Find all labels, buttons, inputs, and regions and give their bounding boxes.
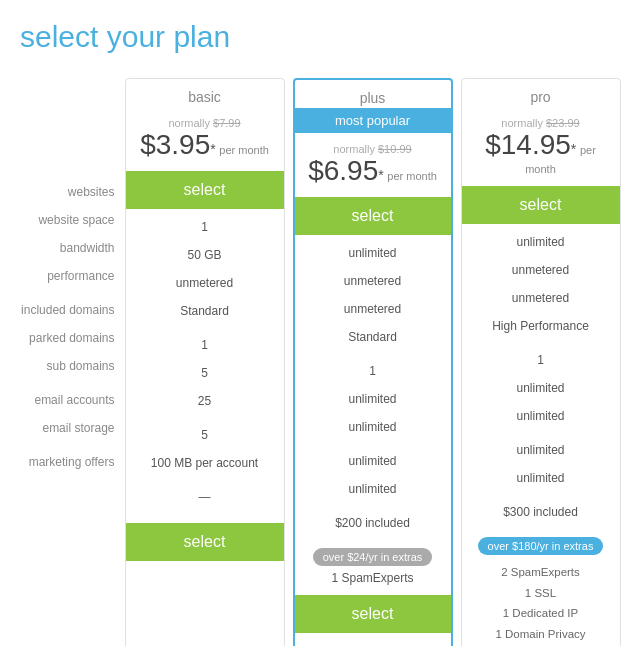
plan-plus-asterisk: *	[378, 167, 383, 183]
plan-pro: pro normally $23.99 $14.95* per month se…	[461, 78, 621, 646]
pro-email-accounts: unlimited	[462, 436, 620, 464]
plan-plus-select-bottom[interactable]: select	[295, 595, 451, 633]
plan-plus-per-month: per month	[387, 170, 437, 182]
plan-pro-select-top[interactable]: select	[462, 186, 620, 224]
plan-basic-normally: normally $7.99	[134, 117, 276, 129]
plus-sub-domains: unlimited	[295, 413, 451, 441]
plan-plus: plus most popular normally $10.99 $6.95*…	[293, 78, 453, 646]
plans-grid: basic normally $7.99 $3.95* per month se…	[125, 78, 621, 646]
plan-basic-select-top[interactable]: select	[126, 171, 284, 209]
plan-pro-asterisk: *	[571, 141, 576, 157]
label-parked-domains: parked domains	[15, 324, 115, 352]
plus-website-space: unmetered	[295, 267, 451, 295]
plus-extras-list: 1 SpamExperts	[301, 569, 445, 587]
plus-parked-domains: unlimited	[295, 385, 451, 413]
plan-plus-data: unlimited unmetered unmetered Standard 1…	[295, 235, 451, 541]
label-performance: performance	[15, 262, 115, 290]
plan-pro-data: unlimited unmetered unmetered High Perfo…	[462, 224, 620, 530]
feature-labels: websites website space bandwidth perform…	[15, 78, 125, 476]
basic-sub-domains: 25	[126, 387, 284, 415]
basic-websites: 1	[126, 213, 284, 241]
plans-container: websites website space bandwidth perform…	[10, 78, 625, 646]
plus-websites: unlimited	[295, 239, 451, 267]
plan-basic-per-month: per month	[219, 144, 269, 156]
pro-badge-area: over $180/yr in extras 2 SpamExperts 1 S…	[462, 530, 620, 646]
plus-bandwidth: unmetered	[295, 295, 451, 323]
basic-bandwidth: unmetered	[126, 269, 284, 297]
plan-plus-badge: most popular	[295, 108, 451, 133]
basic-included-domains: 1	[126, 331, 284, 359]
basic-performance: Standard	[126, 297, 284, 325]
plan-plus-normally: normally $10.99	[303, 143, 443, 155]
pro-sub-domains: unlimited	[462, 402, 620, 430]
plan-plus-select-top[interactable]: select	[295, 197, 451, 235]
plan-basic-data: 1 50 GB unmetered Standard 1 5 25 5 100 …	[126, 209, 284, 515]
plan-plus-header: normally $10.99 $6.95* per month	[295, 133, 451, 197]
plus-performance: Standard	[295, 323, 451, 351]
pro-included-domains: 1	[462, 346, 620, 374]
pro-website-space: unmetered	[462, 256, 620, 284]
plan-pro-price: $14.95* per month	[470, 129, 612, 176]
plan-plus-name: plus	[295, 80, 451, 108]
label-email-accounts: email accounts	[15, 386, 115, 414]
plus-extras-badge: over $24/yr in extras	[313, 548, 433, 566]
pro-performance: High Performance	[462, 312, 620, 340]
pro-bandwidth: unmetered	[462, 284, 620, 312]
plan-pro-original-price: $23.99	[546, 117, 580, 129]
label-email-storage: email storage	[15, 414, 115, 442]
plan-basic-header: normally $7.99 $3.95* per month	[126, 107, 284, 171]
basic-parked-domains: 5	[126, 359, 284, 387]
plan-pro-normally: normally $23.99	[470, 117, 612, 129]
plus-badge-area: over $24/yr in extras 1 SpamExperts	[295, 541, 451, 591]
page-title: select your plan	[10, 20, 625, 54]
label-marketing-offers: marketing offers	[15, 448, 115, 476]
label-websites: websites	[15, 178, 115, 206]
pro-websites: unlimited	[462, 228, 620, 256]
plus-email-accounts: unlimited	[295, 447, 451, 475]
pro-extras-list: 2 SpamExperts 1 SSL 1 Dedicated IP 1 Dom…	[468, 558, 614, 646]
basic-marketing-offers: —	[126, 483, 284, 511]
basic-email-accounts: 5	[126, 421, 284, 449]
basic-website-space: 50 GB	[126, 241, 284, 269]
pro-parked-domains: unlimited	[462, 374, 620, 402]
plan-pro-header: normally $23.99 $14.95* per month	[462, 107, 620, 186]
pro-extras-badge: over $180/yr in extras	[478, 537, 604, 555]
plus-included-domains: 1	[295, 357, 451, 385]
basic-email-storage: 100 MB per account	[126, 449, 284, 477]
label-sub-domains: sub domains	[15, 352, 115, 380]
plan-plus-original-price: $10.99	[378, 143, 412, 155]
plan-pro-name: pro	[462, 79, 620, 107]
label-website-space: website space	[15, 206, 115, 234]
label-bandwidth: bandwidth	[15, 234, 115, 262]
label-included-domains: included domains	[15, 296, 115, 324]
plan-basic-name: basic	[126, 79, 284, 107]
plan-basic-price: $3.95* per month	[134, 129, 276, 161]
plan-plus-price: $6.95* per month	[303, 155, 443, 187]
plan-basic-select-bottom[interactable]: select	[126, 523, 284, 561]
plan-basic-asterisk: *	[210, 141, 215, 157]
pro-marketing-offers: $300 included	[462, 498, 620, 526]
plan-basic: basic normally $7.99 $3.95* per month se…	[125, 78, 285, 646]
pro-email-storage: unlimited	[462, 464, 620, 492]
plan-basic-original-price: $7.99	[213, 117, 241, 129]
plus-email-storage: unlimited	[295, 475, 451, 503]
plus-marketing-offers: $200 included	[295, 509, 451, 537]
